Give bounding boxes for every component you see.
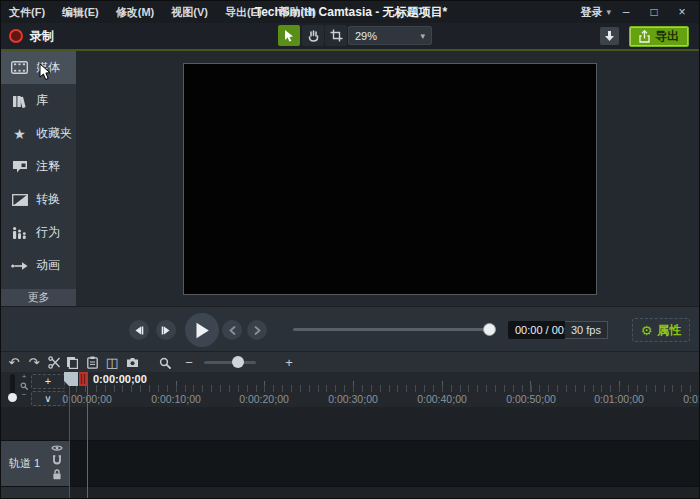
- ruler-label: 0:00:50;00: [506, 393, 556, 405]
- playhead-line: [87, 385, 88, 499]
- lock-icon[interactable]: [52, 469, 62, 480]
- previous-clip-button[interactable]: [222, 320, 242, 340]
- download-arrow-icon: [605, 31, 614, 42]
- sidebar-item-media[interactable]: 媒体: [1, 51, 76, 84]
- clipboard-icon: [87, 356, 98, 369]
- camtasia-window: TechSmith Camtasia - 无标题项目* 文件(F) 编辑(E) …: [0, 0, 700, 499]
- menu-modify[interactable]: 修改(M): [116, 5, 155, 20]
- transition-icon: [11, 194, 28, 206]
- sidebar-item-label: 收藏夹: [36, 125, 72, 142]
- track-row: 轨道 1: [1, 440, 700, 487]
- menu-view[interactable]: 视图(V): [171, 5, 208, 20]
- paste-button[interactable]: [83, 354, 101, 371]
- split-button[interactable]: ◫: [103, 354, 121, 371]
- sidebar-item-label: 行为: [36, 224, 60, 241]
- sidebar-item-animations[interactable]: 动画: [1, 249, 76, 282]
- add-track-button[interactable]: +: [31, 374, 65, 389]
- film-strip-icon: [11, 61, 28, 74]
- sidebar-item-label: 库: [36, 92, 48, 109]
- sidebar-item-library[interactable]: 库: [1, 84, 76, 117]
- timeline-empty-area: [1, 407, 700, 440]
- crop-icon: [330, 29, 343, 42]
- playhead[interactable]: [64, 372, 89, 387]
- select-tool-button[interactable]: [278, 25, 300, 46]
- plus-icon: +: [22, 373, 27, 381]
- maximize-button[interactable]: □: [641, 1, 667, 23]
- eye-icon[interactable]: [51, 444, 63, 452]
- menu-file[interactable]: 文件(F): [9, 5, 45, 20]
- cut-button[interactable]: [45, 354, 63, 371]
- canvas-zoom-value: 29%: [355, 30, 377, 42]
- sidebar-item-annotations[interactable]: 注释: [1, 150, 76, 183]
- track-content[interactable]: [69, 441, 700, 486]
- main-toolbar: 录制 29% ▾ 导出: [1, 23, 700, 49]
- track-controls: [51, 444, 63, 480]
- crop-tool-button[interactable]: [325, 25, 347, 46]
- more-button[interactable]: 更多: [1, 289, 76, 306]
- sidebar-item-favorites[interactable]: ★ 收藏夹: [1, 117, 76, 150]
- canvas-zoom-dropdown[interactable]: 29% ▾: [348, 26, 432, 45]
- sidebar-item-behaviors[interactable]: 行为: [1, 216, 76, 249]
- record-label: 录制: [30, 28, 54, 45]
- ruler-label: 0:00:10;00: [151, 393, 201, 405]
- sign-in-button[interactable]: 登录 ▾: [580, 1, 611, 23]
- menu-edit[interactable]: 编辑(E): [62, 5, 99, 20]
- track-options-button[interactable]: ∨: [31, 391, 65, 406]
- pan-tool-button[interactable]: [302, 25, 324, 46]
- gear-icon: ⚙: [641, 324, 653, 337]
- timeline-gutter-divider: [69, 372, 70, 499]
- step-back-icon: [134, 326, 144, 335]
- properties-label: 属性: [657, 322, 681, 339]
- playback-bar: 00:00 / 00:00 30 fps ⚙ 属性: [1, 306, 700, 351]
- scissors-icon: [48, 356, 61, 369]
- timeline-zoom-out-button[interactable]: −: [180, 354, 198, 371]
- track-height-zoom-icons: + −: [19, 373, 29, 399]
- play-icon: [195, 322, 210, 339]
- undo-button[interactable]: ↶: [5, 354, 23, 371]
- properties-button[interactable]: ⚙ 属性: [632, 318, 690, 342]
- redo-button[interactable]: ↷: [25, 354, 43, 371]
- track-name: 轨道 1: [1, 456, 40, 471]
- behaviors-icon: [11, 226, 28, 239]
- copy-button[interactable]: [63, 354, 81, 371]
- timeline-zoom-in-button[interactable]: +: [280, 354, 298, 371]
- step-back-button[interactable]: [129, 320, 149, 340]
- sidebar-item-label: 注释: [36, 158, 60, 175]
- close-button[interactable]: ×: [669, 1, 695, 23]
- caret-down-icon: ▾: [606, 7, 611, 17]
- playback-progress-slider[interactable]: [293, 328, 491, 331]
- track-header[interactable]: 轨道 1: [1, 441, 69, 486]
- magnifier-icon: [159, 357, 171, 369]
- export-button[interactable]: 导出: [629, 26, 689, 47]
- sidebar-item-label: 转换: [36, 191, 60, 208]
- playback-slider-knob[interactable]: [483, 323, 496, 336]
- timeline: + − + ∨ 0:00:00;00 0:00:10;00 0:00:20;00…: [1, 372, 700, 499]
- timeline-zoom-slider[interactable]: [204, 361, 256, 364]
- copy-icon: [66, 356, 78, 369]
- ruler-label: 0:00:20;00: [239, 393, 289, 405]
- step-forward-button[interactable]: [156, 320, 176, 340]
- chevron-right-icon: [254, 326, 261, 335]
- camera-icon: [126, 357, 139, 368]
- sidebar-item-transitions[interactable]: 转换: [1, 183, 76, 216]
- menu-export[interactable]: 导出(E): [225, 5, 262, 20]
- timeline-bottom-strip: [1, 487, 700, 499]
- magnet-icon[interactable]: [52, 455, 62, 466]
- record-button[interactable]: 录制: [9, 25, 54, 47]
- magnifier-icon: [20, 382, 28, 390]
- download-button[interactable]: [600, 27, 619, 45]
- timeline-toolbar: ↶ ↷ ◫ − +: [1, 351, 700, 372]
- snapshot-button[interactable]: [123, 354, 141, 371]
- next-clip-button[interactable]: [247, 320, 267, 340]
- timeline-bottom-gutter: [1, 487, 69, 499]
- track-height-knob[interactable]: [8, 393, 17, 402]
- menu-help[interactable]: 帮助(H): [279, 5, 316, 20]
- ruler-minor-ticks: [69, 385, 700, 392]
- timeline-zoom-knob[interactable]: [232, 356, 244, 368]
- caret-down-icon: ▾: [420, 31, 425, 41]
- preview-stage[interactable]: [183, 63, 597, 295]
- star-icon: ★: [11, 126, 28, 142]
- play-button[interactable]: [185, 313, 219, 347]
- minimize-button[interactable]: –: [613, 1, 639, 23]
- fps-badge: 30 fps: [565, 321, 608, 339]
